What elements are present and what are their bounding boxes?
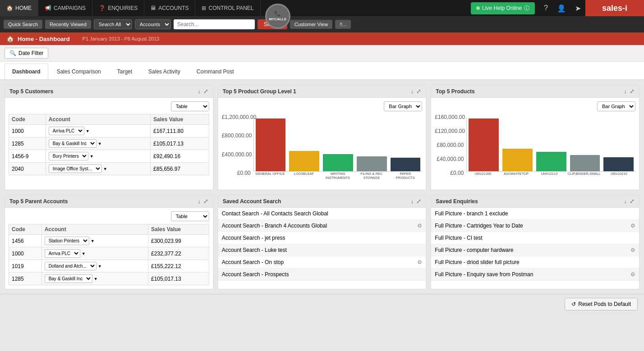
accounts-dropdown[interactable]: Accounts bbox=[135, 19, 171, 29]
main-content: Top 5 Customers ↓ ⤢ Table Bar Graph Code bbox=[0, 80, 644, 294]
product-group-chart: £1,200,000.00 £800,000.00 £400,000.00 £0… bbox=[222, 114, 423, 186]
customers-table-scroll[interactable]: Code Account Sales Value 1000 Arriva PLC… bbox=[9, 114, 209, 175]
account-select[interactable]: Bury Printers bbox=[49, 152, 88, 160]
bar-column bbox=[256, 118, 286, 171]
list-item[interactable]: Account Search - jet press bbox=[218, 232, 426, 244]
settings-icon[interactable]: ⚙ bbox=[417, 223, 422, 229]
move-down-icon-pg[interactable]: ↓ bbox=[411, 88, 414, 95]
list-item[interactable]: Full Picture - driod slider full picture bbox=[431, 256, 639, 269]
list-item[interactable]: Full Picture - branch 1 exclude bbox=[431, 208, 639, 220]
widget-top5-parent-accounts-title: Top 5 Parent Accounts bbox=[9, 198, 68, 205]
widget-saved-account-search-title: Saved Account Search bbox=[223, 198, 281, 205]
expand-icon-pa[interactable]: ⤢ bbox=[203, 198, 208, 205]
forward-icon[interactable]: ➤ bbox=[570, 4, 585, 13]
expand-icon-pg[interactable]: ⤢ bbox=[416, 88, 421, 95]
more-button[interactable]: !!... bbox=[335, 20, 351, 29]
list-item[interactable]: Account Search - Luke test bbox=[218, 244, 426, 256]
move-down-icon[interactable]: ↓ bbox=[198, 88, 201, 95]
widget-header-icons-se: ↓ ⤢ bbox=[624, 198, 635, 205]
customer-view-button[interactable]: Customer View bbox=[290, 20, 332, 29]
parent-account-select[interactable]: Station Printers bbox=[45, 237, 89, 245]
nav-control-panel[interactable]: ⊞ CONTROL PANEL bbox=[195, 0, 260, 16]
account-select[interactable]: Arriva PLC bbox=[49, 127, 84, 135]
parent-account-select[interactable]: Bay & Gaskill Inc bbox=[45, 274, 92, 283]
tab-dashboard[interactable]: Dashboard bbox=[5, 64, 48, 79]
move-down-icon-prod[interactable]: ↓ bbox=[624, 88, 627, 95]
table-row: 1000 Arriva PLC ▼ £167,111.80 bbox=[9, 125, 209, 137]
nav-accounts[interactable]: 🏛 ACCOUNTS bbox=[144, 0, 195, 16]
dropdown-arrow: ▼ bbox=[94, 277, 98, 281]
widget-saved-enquiries-body: Full Picture - branch 1 exclude Full Pic… bbox=[431, 208, 639, 281]
list-item[interactable]: Full Picture - Enquiry save from Postman… bbox=[431, 269, 639, 281]
nav-campaigns[interactable]: 📢 CAMPAIGNS bbox=[38, 0, 92, 16]
table-row: 1000 Arriva PLC ▼ £232,377.22 bbox=[9, 247, 209, 260]
bar-label: PAPER PRODUCTS bbox=[390, 172, 420, 180]
account-select[interactable]: Bay & Gaskill Inc bbox=[49, 139, 97, 148]
user-icon[interactable]: 👤 bbox=[552, 4, 570, 13]
expand-icon-sas[interactable]: ⤢ bbox=[416, 198, 421, 205]
settings-icon[interactable]: ⚙ bbox=[417, 259, 422, 265]
list-item[interactable]: Full Picture - CI test bbox=[431, 232, 639, 244]
calendar-icon: 🔍 bbox=[9, 50, 16, 56]
bar-label: ASOWHITETOP bbox=[501, 172, 531, 176]
mycalls-button[interactable]: 📞 MYCALLS bbox=[265, 4, 290, 29]
tab-command-post[interactable]: Command Post bbox=[189, 64, 242, 79]
live-help-button[interactable]: Live Help Online ⓘ bbox=[471, 2, 535, 14]
customers-table: Code Account Sales Value 1000 Arriva PLC… bbox=[9, 114, 209, 175]
reset-pods-button[interactable]: ↺ Reset Pods to Default bbox=[565, 298, 638, 310]
list-item[interactable]: Account Search - On stop ⚙ bbox=[218, 256, 426, 269]
help-icon[interactable]: ? bbox=[539, 4, 552, 12]
move-down-icon-sas[interactable]: ↓ bbox=[411, 198, 414, 205]
tab-sales-comparison[interactable]: Sales Comparison bbox=[49, 64, 109, 79]
saved-item-text: Contact Search - All Contacts Search Glo… bbox=[222, 210, 423, 217]
bar-column bbox=[536, 118, 566, 171]
recently-viewed-button[interactable]: Recently Viewed bbox=[45, 20, 91, 29]
campaigns-icon: 📢 bbox=[45, 5, 51, 11]
nav-home[interactable]: 🏠 HOME bbox=[0, 0, 38, 16]
expand-icon-prod[interactable]: ⤢ bbox=[630, 88, 635, 95]
widget-top5-product-group-header: Top 5 Product Group Level 1 ↓ ⤢ bbox=[218, 85, 426, 98]
saved-account-search-scroll[interactable]: Contact Search - All Contacts Search Glo… bbox=[218, 208, 426, 281]
nav-enquiries[interactable]: ❓ ENQUIRIES bbox=[92, 0, 144, 16]
saved-enquiries-scroll[interactable]: Full Picture - branch 1 exclude Full Pic… bbox=[431, 208, 639, 281]
list-item[interactable]: Account Search - Branch 4 Accounts Globa… bbox=[218, 220, 426, 232]
bar-label: LOOSELEAF bbox=[289, 172, 319, 180]
saved-enquiry-text: Full Picture - CI test bbox=[435, 235, 635, 241]
settings-icon[interactable]: ⚙ bbox=[630, 247, 635, 253]
search-input[interactable] bbox=[174, 19, 255, 29]
quick-search-button[interactable]: Quick Search bbox=[4, 20, 42, 29]
table-row: 1285 Bay & Gaskill Inc ▼ £105,017.13 bbox=[9, 137, 209, 150]
expand-icon-se[interactable]: ⤢ bbox=[630, 198, 635, 205]
move-down-icon-pa[interactable]: ↓ bbox=[198, 198, 201, 205]
dropdown-arrow: ▼ bbox=[86, 129, 90, 133]
expand-icon[interactable]: ⤢ bbox=[203, 88, 208, 95]
list-item[interactable]: Contact Search - All Contacts Search Glo… bbox=[218, 208, 426, 220]
list-item[interactable]: Account Search - Prospects bbox=[218, 269, 426, 281]
widget-header-icons-pa: ↓ ⤢ bbox=[198, 198, 208, 205]
tab-sales-activity[interactable]: Sales Activity bbox=[141, 64, 188, 79]
list-item[interactable]: Full Picture - computer hardware ⚙ bbox=[431, 244, 639, 256]
customers-view-select[interactable]: Table Bar Graph bbox=[171, 101, 209, 111]
account-select[interactable]: Image Office Syst... bbox=[49, 164, 102, 173]
widget-top5-customers: Top 5 Customers ↓ ⤢ Table Bar Graph Code bbox=[5, 85, 213, 190]
parent-accounts-table-scroll[interactable]: Code Account Sales Value 1456 Station Pr… bbox=[9, 224, 209, 285]
list-item[interactable]: Full Picture - Cartridges Year to Date ⚙ bbox=[431, 220, 639, 232]
widget-top5-parent-accounts-body: Table Bar Graph Code Account Sales Value bbox=[5, 208, 213, 289]
dropdown-arrow: ▼ bbox=[82, 251, 86, 256]
parent-account-select[interactable]: Dolland and Atch... bbox=[45, 262, 97, 270]
enquiries-icon: ❓ bbox=[99, 5, 106, 11]
parent-accounts-view-select[interactable]: Table Bar Graph bbox=[171, 211, 209, 221]
move-down-icon-se[interactable]: ↓ bbox=[624, 198, 627, 205]
settings-icon[interactable]: ⚙ bbox=[630, 271, 635, 278]
product-group-view-select[interactable]: Table Bar Graph bbox=[384, 101, 422, 111]
widget-top5-parent-accounts: Top 5 Parent Accounts ↓ ⤢ Table Bar Grap… bbox=[5, 195, 213, 289]
bar-label: CLIP,BINDER,SMALL bbox=[568, 172, 601, 176]
tab-target[interactable]: Target bbox=[110, 64, 140, 79]
date-filter-button[interactable]: 🔍 Date Filter bbox=[5, 48, 48, 59]
top-nav-right: Live Help Online ⓘ ? 👤 ➤ sales-i bbox=[471, 0, 644, 16]
search-all-dropdown[interactable]: Search All bbox=[94, 19, 132, 29]
settings-icon[interactable]: ⚙ bbox=[630, 223, 635, 229]
parent-account-select[interactable]: Arriva PLC bbox=[45, 249, 80, 258]
products-view-select[interactable]: Table Bar Graph bbox=[597, 101, 635, 111]
saved-item-text: Account Search - On stop bbox=[222, 259, 418, 265]
